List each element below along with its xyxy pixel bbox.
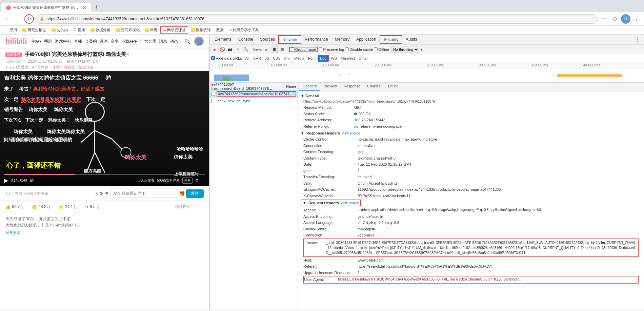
address-bar[interactable]: 🔒 https://www.bilibili.com/video/av47441… [35,14,598,24]
bookmark-data[interactable]: 数据 [214,27,226,33]
filter-tab-ws[interactable]: WS [329,56,339,61]
bookmark-code-tools[interactable]: ⊙ 代码分享小工具 [226,27,262,33]
view-group-icon[interactable]: ▦ [271,46,278,53]
filter-tab-doc[interactable]: Doc [318,55,329,62]
nav-manga[interactable]: 漫画 [100,39,108,44]
volume-icon[interactable]: 🔊 [29,178,34,183]
request-checkbox2[interactable] [211,99,215,103]
filter-tab-css[interactable]: CSS [271,56,282,61]
bookmark-spatial[interactable]: 空间可视化 [113,27,142,33]
filter-tab-all[interactable]: All [244,56,251,61]
detail-tab-response[interactable]: Response [340,83,364,91]
forward-button[interactable]: → [14,14,23,24]
filter-tab-media[interactable]: Media [293,56,306,61]
active-tab[interactable]: 手绘700帧! 完美还原蔡徐坤打篮球 鸡你太美 - 哔哩哔哩 ✕ [1,3,91,12]
settings-icon[interactable]: ⚙ [195,178,199,183]
nav-download[interactable]: 下载APP [121,39,138,44]
bookmark-netease[interactable]: ☁ 网易云课堂 [160,26,188,34]
menu-button[interactable]: ⋮ [632,14,641,24]
bookmark-grad[interactable]: 研究生招生 [20,27,49,33]
bookmark-star-icon[interactable]: ☆ [599,14,609,24]
gift-icon[interactable]: 🎁 [179,191,185,196]
request-checkbox[interactable] [211,92,215,96]
report-button[interactable]: 稿件投诉 [175,204,190,209]
chevron-down-icon[interactable]: ▾ [420,47,422,52]
filter-tab-img[interactable]: Img [283,56,292,61]
detail-tab-headers[interactable]: Headers [299,83,320,91]
detail-tab-preview[interactable]: Preview [320,83,340,91]
view-large-icon[interactable]: ▤ [279,46,285,53]
request-row[interactable]: av47441335?from=search&seid=16103747836.… [210,90,298,98]
offline-checkbox[interactable]: Offline [374,47,389,51]
nav-events[interactable]: 赛事 [110,39,119,44]
profile-button[interactable]: U [621,14,630,24]
nav-messages[interactable]: 消息 [159,39,167,44]
response-headers-title[interactable]: ▼Response Headers view source [301,130,641,136]
filter-tab-font[interactable]: Font [306,56,317,61]
nav-dynamics[interactable]: 动态 [170,39,178,44]
refresh-button[interactable]: ↻ [24,14,34,24]
tab-performance[interactable]: Performance [301,36,331,44]
devtools-more-icon[interactable]: ⋮ [632,36,643,43]
nav-premium[interactable]: 大会员 [144,39,156,44]
preserve-log-checkbox[interactable]: Preserve log [319,47,344,51]
favorite-button[interactable]: ⭐21.1万 [59,204,77,210]
bookmark-food[interactable]: 料理 [142,27,160,33]
throttle-select[interactable]: No throttling Fast 3G Slow 3G [391,46,419,53]
show-more-link[interactable]: 展开更多 [5,230,204,236]
bookmark-live[interactable]: ☑ 直播 [71,27,88,33]
hide-data-urls-checkbox[interactable]: Hide data URLs [211,56,242,60]
flag-icon[interactable]: ⚑ [105,191,109,196]
new-tab-button[interactable]: + [91,2,102,12]
tab-audits[interactable]: Audits [402,36,420,44]
view-source-req-link[interactable]: view source [341,201,359,205]
bookmark-data-analysis[interactable]: 数据分析 [88,27,113,33]
more-button[interactable]: ⋮ [198,204,204,210]
record-button[interactable]: ● [211,46,218,53]
like-button[interactable]: 👍62.7万 [5,204,24,210]
bookmark-python[interactable]: python [49,27,71,33]
tab-close-icon[interactable]: ✕ [83,5,86,10]
back-button[interactable]: ← [3,14,12,24]
tab-application[interactable]: Application [353,36,380,44]
filter-toggle-button[interactable]: ▽ [235,46,241,53]
general-header[interactable]: ▼General [301,93,641,99]
nav-live[interactable]: 直播 [74,39,82,44]
nav-vip[interactable]: 会员购 [85,39,97,44]
tab-security[interactable]: Security [380,35,402,44]
tab-network[interactable]: Network [278,35,301,44]
bookmark-apps[interactable]: ⊞ 应用 [3,27,20,33]
request-headers-title[interactable]: ▼Request Headers view source [301,200,361,206]
nav-main[interactable]: 主站▾ [31,39,41,44]
send-danmaku-button[interactable]: 发送 [186,189,204,198]
view-source-link[interactable]: view source [342,131,360,135]
coin-button[interactable]: 🪙48.2万 [32,204,50,210]
bilibili-avatar[interactable] [194,37,204,46]
danmaku-input[interactable] [110,189,178,198]
video-player[interactable]: 吉利太美 鸡你太鸡你太镇店之宝 66666 鸡 来了 考古！奥利给时代完美考古。… [0,71,209,186]
progress-bar[interactable] [4,174,205,175]
clear-button[interactable]: 🚫 [219,46,226,53]
nav-shows[interactable]: 番剧 [44,39,52,44]
tab-sources[interactable]: Sources [257,36,278,44]
detail-tab-cookies[interactable]: Cookies [364,83,384,91]
play-button[interactable]: ▶ [4,177,8,184]
disable-cache-checkbox[interactable]: Disable cache [345,47,373,51]
filter-tab-other[interactable]: Other [357,56,370,61]
tab-memory[interactable]: Memory [331,36,353,44]
detail-tab-timing[interactable]: Timing [384,83,402,91]
request-row[interactable]: index_new_pc_sync [210,98,298,104]
view-list-icon[interactable]: ≡ [263,46,270,53]
extension-icon[interactable]: ⬡ [610,14,620,24]
group-by-frame-checkbox[interactable]: Group frame [289,47,318,52]
bookmark-stats[interactable]: 数据统计 [188,27,214,33]
filter-tab-xhr[interactable]: XHR [251,56,263,61]
share-button[interactable]: ↪9.5万 [85,204,100,210]
fullscreen-icon[interactable]: ⛶ [201,179,205,183]
tab-console[interactable]: Console [235,36,257,44]
tab-elements[interactable]: Elements [211,36,235,44]
filter-tab-manifest[interactable]: Manifest [339,56,357,61]
filter-tab-js[interactable]: JS [263,56,271,61]
screenshot-button[interactable]: 📷 [227,46,234,53]
settings2-icon[interactable]: ⚙ [99,191,103,196]
